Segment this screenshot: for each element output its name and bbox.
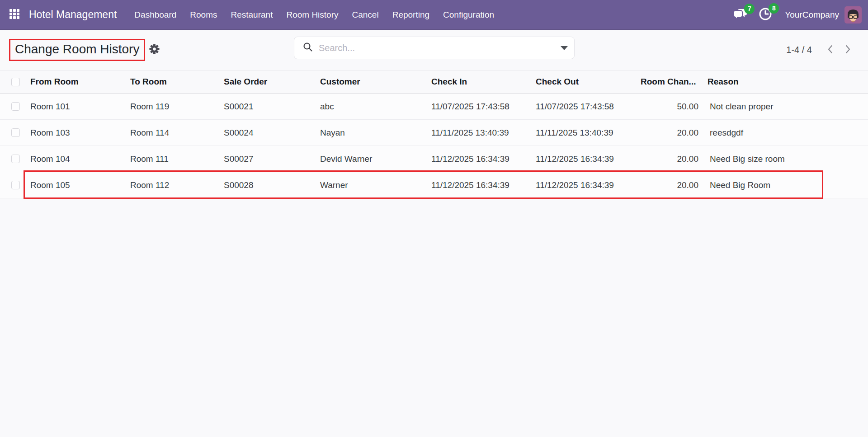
column-header-to_room[interactable]: To Room — [125, 70, 218, 94]
cell-from_room[interactable]: Room 104 — [25, 146, 125, 172]
title-highlight-box: Change Room History — [9, 39, 145, 61]
top-navbar: Hotel Management DashboardRoomsRestauran… — [0, 0, 868, 30]
main-menu: DashboardRoomsRestaurantRoom HistoryCanc… — [127, 0, 501, 29]
cell-check_in[interactable]: 11/12/2025 16:34:39 — [426, 146, 530, 172]
cell-reason[interactable]: Not clean proper — [702, 94, 868, 120]
apps-menu-button[interactable] — [0, 0, 29, 30]
chevron-left-icon — [826, 44, 835, 56]
select-all-header — [0, 70, 25, 94]
chevron-right-icon — [843, 44, 853, 56]
cell-customer[interactable]: abc — [315, 94, 426, 120]
activities-button[interactable]: 8 — [753, 4, 778, 26]
cell-room_charge[interactable]: 20.00 — [635, 120, 702, 146]
table-row[interactable]: Room 105Room 112S00028Warner11/12/2025 1… — [0, 172, 868, 198]
search-icon — [303, 42, 313, 54]
cell-check_out[interactable]: 11/12/2025 16:34:39 — [530, 172, 635, 198]
room-history-list: From RoomTo RoomSale OrderCustomerCheck … — [0, 70, 868, 198]
row-checkbox[interactable] — [11, 155, 20, 163]
row-checkbox[interactable] — [11, 181, 20, 189]
room-history-table-body: Room 101Room 119S00021abc11/07/2025 17:4… — [0, 94, 868, 198]
activities-badge: 8 — [769, 3, 779, 14]
room-history-table: From RoomTo RoomSale OrderCustomerCheck … — [0, 70, 868, 198]
table-row[interactable]: Room 104Room 111S00027Devid Warner11/12/… — [0, 146, 868, 172]
cell-reason[interactable]: Need Big Room — [702, 172, 868, 198]
pager-range: 1-4 / 4 — [786, 45, 812, 55]
cell-from_room[interactable]: Room 105 — [25, 172, 125, 198]
cell-check_out[interactable]: 11/11/2025 13:40:39 — [530, 120, 635, 146]
cell-reason[interactable]: Need Big size room — [702, 146, 868, 172]
pager-previous-button[interactable] — [822, 42, 839, 59]
column-header-from_room[interactable]: From Room — [25, 70, 125, 94]
row-checkbox[interactable] — [11, 102, 20, 111]
cell-check_out[interactable]: 11/12/2025 16:34:39 — [530, 146, 635, 172]
cell-customer[interactable]: Nayan — [315, 120, 426, 146]
cell-room_charge[interactable]: 20.00 — [635, 172, 702, 198]
pager-next-button[interactable] — [839, 42, 856, 59]
cell-sale_order[interactable]: S00027 — [218, 146, 315, 172]
search-bar — [294, 37, 575, 59]
action-menu-button[interactable] — [149, 44, 160, 56]
column-header-check_in[interactable]: Check In — [426, 70, 530, 94]
column-header-sale_order[interactable]: Sale Order — [218, 70, 315, 94]
nav-item-rooms[interactable]: Rooms — [183, 0, 224, 29]
cell-check_in[interactable]: 11/11/2025 13:40:39 — [426, 120, 530, 146]
caret-down-icon — [561, 46, 568, 50]
table-header-row: From RoomTo RoomSale OrderCustomerCheck … — [0, 70, 868, 94]
cell-to_room[interactable]: Room 114 — [125, 120, 218, 146]
user-avatar[interactable] — [844, 6, 862, 23]
app-title[interactable]: Hotel Management — [29, 9, 117, 21]
pager: 1-4 / 4 — [786, 30, 856, 70]
messages-button[interactable]: 7 — [728, 4, 753, 26]
row-checkbox[interactable] — [11, 128, 20, 137]
cell-sale_order[interactable]: S00024 — [218, 120, 315, 146]
chat-bubbles-icon — [733, 14, 748, 22]
cell-sale_order[interactable]: S00021 — [218, 94, 315, 120]
page-title: Change Room History — [15, 42, 139, 56]
search-options-toggle[interactable] — [554, 37, 574, 59]
search-input[interactable] — [319, 43, 554, 53]
nav-item-reporting[interactable]: Reporting — [386, 0, 436, 29]
nav-item-cancel[interactable]: Cancel — [345, 0, 386, 29]
nav-item-restaurant[interactable]: Restaurant — [224, 0, 279, 29]
column-header-reason[interactable]: Reason — [702, 70, 868, 94]
column-header-room_charge[interactable]: Room Chan... — [635, 70, 702, 94]
cell-sale_order[interactable]: S00028 — [218, 172, 315, 198]
column-header-check_out[interactable]: Check Out — [530, 70, 635, 94]
cell-customer[interactable]: Warner — [315, 172, 426, 198]
cell-customer[interactable]: Devid Warner — [315, 146, 426, 172]
cell-to_room[interactable]: Room 111 — [125, 146, 218, 172]
apps-grid-icon — [9, 9, 20, 21]
cell-reason[interactable]: reesdgdf — [702, 120, 868, 146]
company-name[interactable]: YourCompany — [785, 10, 839, 20]
column-header-customer[interactable]: Customer — [315, 70, 426, 94]
select-all-checkbox[interactable] — [11, 78, 20, 86]
cell-check_in[interactable]: 11/07/2025 17:43:58 — [426, 94, 530, 120]
systray: 7 8 YourCompany — [728, 4, 868, 26]
cell-check_in[interactable]: 11/12/2025 16:34:39 — [426, 172, 530, 198]
cell-to_room[interactable]: Room 119 — [125, 94, 218, 120]
nav-item-configuration[interactable]: Configuration — [436, 0, 501, 29]
cell-check_out[interactable]: 11/07/2025 17:43:58 — [530, 94, 635, 120]
cell-room_charge[interactable]: 50.00 — [635, 94, 702, 120]
cell-to_room[interactable]: Room 112 — [125, 172, 218, 198]
cell-from_room[interactable]: Room 103 — [25, 120, 125, 146]
cell-from_room[interactable]: Room 101 — [25, 94, 125, 120]
clock-icon — [759, 14, 772, 22]
cell-room_charge[interactable]: 20.00 — [635, 146, 702, 172]
gear-icon — [149, 44, 160, 56]
table-row[interactable]: Room 103Room 114S00024Nayan11/11/2025 13… — [0, 120, 868, 146]
control-panel: Change Room History — [0, 30, 868, 70]
nav-item-room-history[interactable]: Room History — [279, 0, 345, 29]
table-row[interactable]: Room 101Room 119S00021abc11/07/2025 17:4… — [0, 94, 868, 120]
nav-item-dashboard[interactable]: Dashboard — [127, 0, 183, 29]
